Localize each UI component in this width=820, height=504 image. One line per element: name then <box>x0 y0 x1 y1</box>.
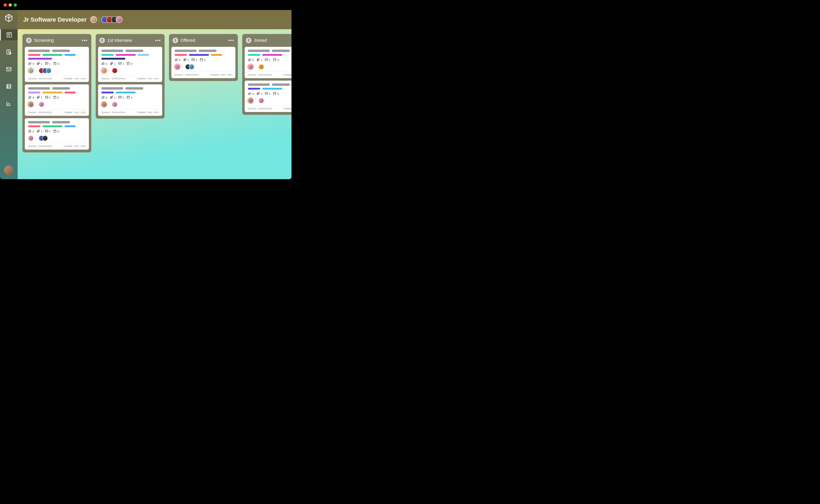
svg-point-40 <box>102 63 103 64</box>
attachment-icon <box>256 58 260 62</box>
card-member-avatar[interactable] <box>42 135 48 141</box>
attachments-count: 1 <box>110 62 116 66</box>
window-close-button[interactable] <box>4 3 7 7</box>
member-avatar[interactable] <box>116 16 122 23</box>
created-label: Created: <box>137 111 159 114</box>
svg-rect-44 <box>127 62 129 65</box>
svg-rect-43 <box>118 62 121 65</box>
calendar-icon <box>53 129 57 133</box>
mail-count: 1 <box>118 62 124 66</box>
mail-icon <box>45 95 48 100</box>
sourcer-label: Sourcer: <box>28 77 52 80</box>
attachments-count: 1 <box>36 95 42 100</box>
window-maximize-button[interactable] <box>14 3 17 7</box>
candidate-card[interactable]: 4 1 1 0 Sourcer: Created: <box>25 84 89 116</box>
sourcer-label: Sourcer: <box>248 107 272 110</box>
card-member-avatar[interactable] <box>39 102 44 107</box>
card-member-avatar[interactable] <box>259 98 264 103</box>
attachment-icon <box>110 62 113 66</box>
created-label: Created: <box>64 111 86 114</box>
svg-point-33 <box>30 131 30 131</box>
comment-icon <box>28 62 32 66</box>
nav-tasks-icon[interactable] <box>0 46 18 58</box>
divider <box>182 65 183 69</box>
candidate-card[interactable]: 4 1 1 0 Sourcer: Created: <box>25 47 89 82</box>
mail-count: 1 <box>191 58 197 62</box>
card-owner-avatar[interactable] <box>248 98 254 103</box>
titlebar <box>0 0 292 10</box>
kanban-board[interactable]: 3 Screening ••• 4 1 1 0 Sourcer: Created… <box>18 29 292 179</box>
column-title: 1st Interview <box>107 38 153 43</box>
column-count-badge: 1 <box>172 38 178 43</box>
card-owner-avatar[interactable] <box>28 68 34 73</box>
mail-count: 1 <box>118 95 124 100</box>
calendar-count: 0 <box>273 58 279 62</box>
svg-rect-20 <box>54 62 56 65</box>
svg-point-66 <box>250 59 251 60</box>
column-menu-button[interactable]: ••• <box>82 38 88 43</box>
svg-rect-35 <box>45 130 48 132</box>
card-owner-avatar[interactable] <box>28 102 34 107</box>
card-owner-avatar[interactable] <box>101 102 107 107</box>
card-member-avatar[interactable] <box>46 68 51 73</box>
board-owner-avatar[interactable] <box>90 16 97 23</box>
column-count-badge: 2 <box>99 38 105 43</box>
svg-point-41 <box>103 63 103 64</box>
svg-point-64 <box>249 59 250 60</box>
svg-rect-75 <box>265 92 268 95</box>
nav-analytics-icon[interactable] <box>0 98 18 109</box>
candidate-card[interactable]: 4 1 1 0 Sourcer: Created: <box>25 118 89 150</box>
comments-count: 4 <box>28 95 34 100</box>
candidate-card[interactable]: 4 1 1 0 Sourcer: Created: <box>245 81 292 112</box>
app-logo-icon <box>4 14 14 23</box>
svg-point-57 <box>176 59 176 60</box>
current-user-avatar[interactable] <box>4 166 14 175</box>
sourcer-label: Sourcer: <box>101 77 125 80</box>
comments-count: 4 <box>248 58 254 62</box>
nav-database-icon[interactable] <box>0 81 18 92</box>
card-owner-avatar[interactable] <box>174 64 180 70</box>
candidate-card[interactable]: 4 1 1 0 Sourcer: Created: <box>98 47 162 82</box>
attachments-count: 1 <box>110 95 116 100</box>
svg-point-34 <box>30 131 31 131</box>
mail-icon <box>118 62 122 66</box>
card-meta: 4 1 1 0 <box>174 58 232 62</box>
window-minimize-button[interactable] <box>9 3 12 7</box>
card-owner-avatar[interactable] <box>248 64 254 70</box>
mail-icon <box>45 62 48 66</box>
comment-icon <box>101 62 105 66</box>
calendar-count: 0 <box>53 62 59 66</box>
nav-mail-icon[interactable] <box>0 64 18 75</box>
svg-rect-6 <box>7 67 11 71</box>
card-meta: 4 1 1 0 <box>248 58 292 62</box>
svg-point-26 <box>30 97 31 97</box>
column-count-badge: 3 <box>26 38 32 43</box>
comment-icon <box>28 95 32 100</box>
card-member-avatar[interactable] <box>259 64 264 70</box>
card-owner-avatar[interactable] <box>28 135 34 141</box>
card-member-avatar[interactable] <box>189 64 194 70</box>
nav-board-icon[interactable] <box>0 29 18 40</box>
card-member-avatar[interactable] <box>112 68 117 73</box>
column-menu-button[interactable]: ••• <box>229 38 234 43</box>
calendar-icon <box>53 95 57 100</box>
mail-count: 1 <box>265 92 271 96</box>
created-label: Created: <box>64 77 86 80</box>
svg-point-11 <box>7 86 8 87</box>
svg-point-50 <box>103 97 104 97</box>
card-member-avatar[interactable] <box>112 102 117 107</box>
attachment-icon <box>36 62 40 66</box>
column-menu-button[interactable]: ••• <box>155 38 161 43</box>
divider <box>36 68 36 73</box>
card-owner-avatar[interactable] <box>101 68 107 73</box>
svg-point-73 <box>250 93 250 94</box>
svg-rect-67 <box>265 59 268 61</box>
card-meta: 4 1 1 0 <box>28 129 86 133</box>
svg-rect-59 <box>192 59 194 61</box>
comment-icon <box>101 95 105 100</box>
candidate-card[interactable]: 4 1 1 0 Sourcer: Created: <box>245 47 292 78</box>
comments-count: 4 <box>28 129 34 133</box>
sourcer-label: Sourcer: <box>28 111 52 114</box>
candidate-card[interactable]: 4 1 1 0 Sourcer: Created: <box>98 84 162 116</box>
candidate-card[interactable]: 4 1 1 0 Sourcer: Created: <box>171 47 236 78</box>
